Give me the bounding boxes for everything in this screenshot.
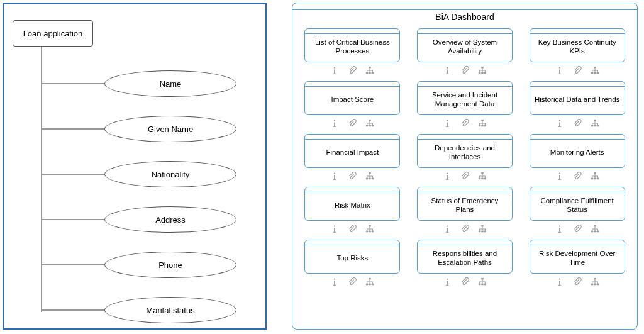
info-icon[interactable] (443, 172, 452, 181)
hierarchy-icon[interactable] (478, 277, 487, 286)
attribute-node: Given Name (104, 116, 236, 142)
info-icon[interactable] (330, 172, 339, 181)
svg-rect-62 (484, 178, 487, 180)
svg-rect-25 (591, 72, 594, 74)
svg-rect-111 (596, 284, 599, 286)
info-icon[interactable] (330, 277, 339, 286)
card-label: Service and Incident Management Data (421, 91, 508, 109)
svg-point-14 (447, 67, 448, 68)
dashboard-card[interactable]: Financial Impact (304, 134, 401, 182)
svg-point-105 (559, 278, 560, 279)
attachment-icon[interactable] (460, 225, 469, 233)
svg-rect-8 (334, 69, 335, 74)
svg-rect-86 (558, 232, 560, 233)
attribute-label: Given Name (148, 125, 193, 134)
hierarchy-icon[interactable] (478, 119, 487, 128)
svg-rect-67 (591, 178, 594, 180)
info-icon[interactable] (555, 119, 564, 128)
svg-rect-55 (372, 178, 374, 180)
svg-rect-76 (372, 231, 374, 233)
attachment-icon[interactable] (460, 277, 469, 286)
attribute-label: Address (155, 215, 186, 225)
svg-rect-10 (369, 67, 372, 69)
svg-rect-51 (333, 179, 336, 180)
card-label: Historical Data and Trends (535, 95, 620, 104)
dashboard-card[interactable]: Risk Matrix (304, 187, 401, 235)
attachment-icon[interactable] (573, 172, 582, 181)
attachment-icon[interactable] (348, 119, 357, 128)
hierarchy-icon[interactable] (478, 225, 487, 233)
dashboard-card[interactable]: Overview of System Availability (416, 28, 514, 76)
dashboard-card[interactable]: Service and Incident Management Data (416, 81, 514, 129)
svg-point-35 (447, 120, 448, 121)
dashboard-card[interactable]: Status of Emergency Plans (416, 187, 514, 235)
svg-rect-100 (446, 285, 448, 286)
attachment-icon[interactable] (573, 277, 582, 286)
info-icon[interactable] (555, 277, 564, 286)
dashboard-card[interactable]: Impact Score (304, 81, 401, 129)
attribute-label: Name (160, 79, 182, 89)
attachment-icon[interactable] (348, 172, 357, 181)
svg-rect-50 (334, 175, 335, 179)
attachment-icon[interactable] (348, 225, 357, 233)
hierarchy-icon[interactable] (591, 277, 599, 286)
attachment-icon[interactable] (573, 66, 582, 75)
svg-rect-54 (369, 178, 372, 180)
card-label: Overview of System Availability (421, 38, 508, 56)
attachment-icon[interactable] (348, 66, 357, 75)
hierarchy-icon[interactable] (365, 119, 374, 128)
hierarchy-icon[interactable] (591, 66, 599, 75)
info-icon[interactable] (443, 225, 452, 233)
dashboard-card[interactable]: Top Risks (304, 240, 401, 287)
attachment-icon[interactable] (573, 225, 582, 233)
hierarchy-icon[interactable] (591, 119, 599, 128)
svg-rect-46 (591, 125, 594, 127)
hierarchy-icon[interactable] (365, 172, 374, 181)
svg-rect-68 (594, 178, 596, 180)
info-icon[interactable] (443, 277, 452, 286)
info-icon[interactable] (555, 66, 564, 75)
hierarchy-icon[interactable] (478, 172, 487, 181)
hierarchy-icon[interactable] (591, 225, 599, 233)
dashboard-card[interactable]: Dependencies and Interfaces (416, 134, 514, 182)
svg-rect-43 (559, 122, 560, 126)
svg-point-21 (559, 67, 560, 68)
info-icon[interactable] (330, 119, 339, 128)
svg-rect-89 (594, 231, 596, 233)
svg-rect-23 (558, 74, 560, 74)
svg-rect-61 (481, 178, 484, 180)
info-icon[interactable] (443, 66, 452, 75)
attachment-icon[interactable] (460, 119, 469, 128)
info-icon[interactable] (555, 172, 564, 181)
svg-rect-82 (481, 231, 484, 233)
svg-rect-81 (479, 231, 481, 233)
hierarchy-icon[interactable] (365, 66, 374, 75)
svg-rect-88 (591, 231, 594, 233)
svg-rect-71 (334, 228, 335, 232)
hierarchy-icon[interactable] (478, 66, 487, 75)
dashboard-card[interactable]: Historical Data and Trends (528, 81, 626, 129)
info-icon[interactable] (330, 66, 339, 75)
card-icon-row (330, 170, 374, 182)
attachment-icon[interactable] (460, 172, 469, 181)
attachment-icon[interactable] (348, 277, 357, 286)
hierarchy-icon[interactable] (591, 172, 599, 181)
attribute-node: Name (104, 70, 236, 97)
attachment-icon[interactable] (460, 66, 469, 75)
dashboard-card[interactable]: Key Business Continuity KPIs (528, 28, 626, 76)
info-icon[interactable] (330, 225, 339, 233)
dashboard-container: BiA Dashboard List of Critical Business … (292, 3, 638, 330)
dashboard-card[interactable]: Risk Development Over Time (528, 240, 626, 287)
info-icon[interactable] (443, 119, 452, 128)
svg-rect-48 (596, 125, 599, 127)
dashboard-card[interactable]: Monitoring Alerts (528, 134, 626, 182)
dashboard-card[interactable]: Responsibilities and Escalation Paths (416, 240, 514, 287)
attachment-icon[interactable] (573, 119, 582, 128)
dashboard-card[interactable]: Compliance Fulfillment Status (528, 187, 626, 235)
info-icon[interactable] (555, 225, 564, 233)
svg-rect-94 (369, 278, 372, 280)
hierarchy-icon[interactable] (365, 277, 374, 286)
dashboard-card[interactable]: List of Critical Business Processes (304, 28, 401, 76)
hierarchy-icon[interactable] (365, 225, 374, 233)
svg-rect-72 (333, 232, 336, 233)
